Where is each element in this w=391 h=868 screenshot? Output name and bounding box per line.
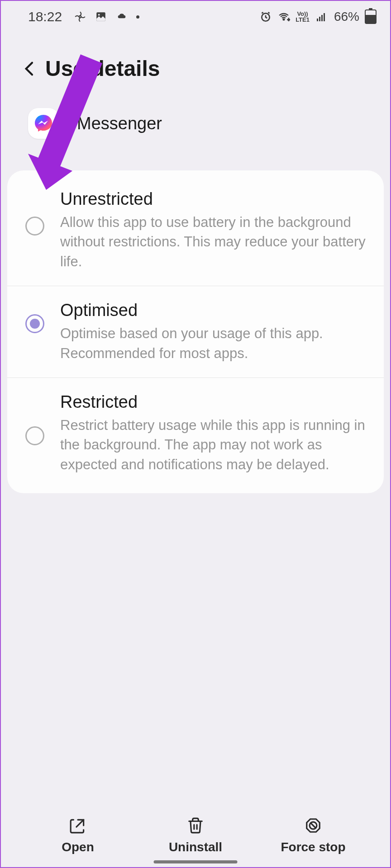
svg-rect-6: [317, 19, 318, 21]
open-button[interactable]: Open: [19, 816, 137, 854]
home-indicator[interactable]: [154, 860, 238, 863]
battery-percent: 66%: [334, 9, 359, 24]
option-title: Restricted: [60, 392, 366, 412]
block-icon: [303, 816, 323, 835]
uninstall-button[interactable]: Uninstall: [137, 816, 254, 854]
open-icon: [68, 816, 88, 835]
notification-dot: [136, 15, 139, 19]
open-label: Open: [62, 840, 94, 854]
back-button[interactable]: [19, 58, 41, 80]
status-bar: 18:22: [1, 1, 390, 29]
radio-optimised[interactable]: [25, 314, 44, 333]
wifi-icon: +: [277, 10, 290, 23]
option-unrestricted[interactable]: Unrestricted Allow this app to use batte…: [7, 175, 384, 286]
app-name: Messenger: [77, 114, 162, 133]
trash-icon: [186, 816, 205, 835]
option-restricted[interactable]: Restricted Restrict battery usage while …: [7, 378, 384, 489]
option-desc: Optimise based on your usage of this app…: [60, 324, 366, 363]
fan-icon: [74, 10, 86, 23]
app-icon-messenger: [28, 108, 59, 139]
force-stop-label: Force stop: [281, 840, 345, 854]
svg-text:+: +: [287, 17, 290, 22]
option-title: Optimised: [60, 301, 366, 320]
uninstall-label: Uninstall: [169, 840, 222, 854]
cloud-icon: [115, 10, 128, 23]
app-info: Messenger: [1, 94, 390, 161]
header: Use details: [1, 29, 390, 94]
radio-restricted[interactable]: [25, 426, 44, 445]
svg-rect-9: [324, 13, 325, 21]
svg-point-2: [98, 14, 100, 16]
status-time: 18:22: [28, 9, 62, 24]
svg-point-4: [283, 19, 285, 20]
svg-rect-7: [319, 17, 320, 21]
options-card: Unrestricted Allow this app to use batte…: [7, 170, 384, 493]
force-stop-button[interactable]: Force stop: [254, 816, 372, 854]
svg-point-0: [79, 16, 81, 18]
alarm-icon: [259, 10, 272, 23]
svg-rect-8: [321, 15, 323, 21]
signal-icon: [315, 10, 328, 23]
status-right: + Vo))LTE1 66%: [259, 9, 377, 24]
option-optimised[interactable]: Optimised Optimise based on your usage o…: [7, 286, 384, 378]
picture-icon: [95, 10, 107, 23]
status-left: 18:22: [28, 9, 139, 24]
option-desc: Allow this app to use battery in the bac…: [60, 212, 366, 271]
option-title: Unrestricted: [60, 189, 366, 209]
page-title: Use details: [45, 56, 160, 81]
volte-icon: Vo))LTE1: [296, 11, 310, 23]
option-text: Restricted Restrict battery usage while …: [60, 392, 366, 474]
option-desc: Restrict battery usage while this app is…: [60, 415, 366, 474]
radio-unrestricted[interactable]: [25, 217, 44, 236]
option-text: Optimised Optimise based on your usage o…: [60, 301, 366, 363]
bottom-bar: Open Uninstall Force stop: [1, 816, 390, 854]
battery-icon: [365, 9, 377, 24]
option-text: Unrestricted Allow this app to use batte…: [60, 189, 366, 271]
